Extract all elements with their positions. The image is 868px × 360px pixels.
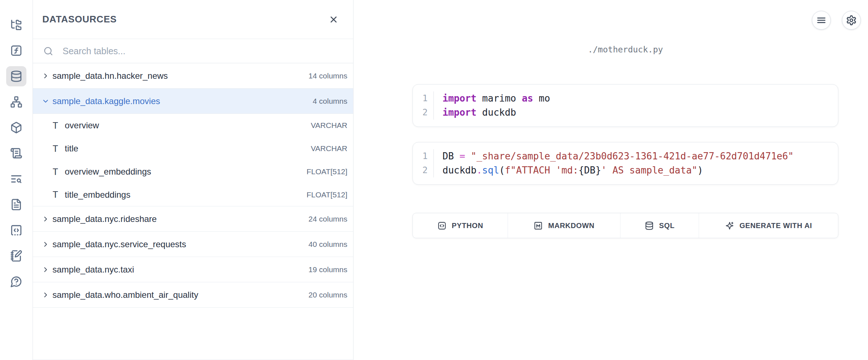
message-circle-question-icon bbox=[10, 275, 22, 288]
table-row[interactable]: sample_data.who.ambient_air_quality20 co… bbox=[33, 282, 353, 308]
column-type: VARCHAR bbox=[304, 144, 347, 153]
add-cell-python-button[interactable]: PYTHON bbox=[413, 213, 508, 238]
sparkles-icon bbox=[725, 221, 734, 230]
sidebar-item-tracing[interactable] bbox=[6, 169, 26, 189]
sidebar-item-datasources[interactable] bbox=[6, 66, 26, 86]
function-square-icon bbox=[10, 44, 22, 57]
table-row[interactable]: sample_data.kaggle.movies4 columns bbox=[33, 89, 353, 114]
notebook-area: ./motherduck.py 1import marimo as mo2imp… bbox=[353, 0, 868, 360]
network-icon bbox=[10, 96, 22, 108]
line-number: 1 bbox=[413, 149, 434, 163]
box-icon bbox=[10, 121, 22, 134]
line-number: 2 bbox=[413, 106, 434, 120]
code-cell[interactable]: 1import marimo as mo2import duckdb bbox=[412, 84, 838, 127]
activity-bar bbox=[0, 0, 33, 360]
add-cell-button-label: MARKDOWN bbox=[548, 222, 594, 230]
close-panel-button[interactable] bbox=[329, 14, 339, 25]
table-name: sample_data.nyc.taxi bbox=[52, 265, 134, 275]
tables-list: sample_data.hn.hacker_news14 columnssamp… bbox=[33, 63, 353, 360]
column-type: VARCHAR bbox=[304, 121, 347, 130]
column-row[interactable]: ToverviewVARCHAR bbox=[33, 114, 353, 137]
column-row[interactable]: TtitleVARCHAR bbox=[33, 137, 353, 160]
text-type-icon: T bbox=[52, 167, 59, 177]
code-line: 2duckdb.sql(f"ATTACH 'md:{DB}' AS sample… bbox=[413, 163, 838, 177]
file-text-icon bbox=[10, 198, 22, 211]
table-name: sample_data.nyc.service_requests bbox=[52, 239, 186, 249]
sidebar-item-dependencies[interactable] bbox=[6, 92, 26, 112]
add-cell-markdown-button[interactable]: MARKDOWN bbox=[508, 213, 621, 238]
column-count: 20 columns bbox=[301, 291, 347, 299]
table-row[interactable]: sample_data.nyc.taxi19 columns bbox=[33, 257, 353, 282]
panel-title: DATASOURCES bbox=[42, 14, 117, 25]
code-line: 1import marimo as mo bbox=[413, 91, 838, 106]
folder-tree-icon bbox=[10, 19, 22, 31]
database-icon bbox=[645, 221, 654, 230]
line-number: 1 bbox=[413, 91, 434, 106]
panel-header: DATASOURCES bbox=[33, 0, 353, 39]
sidebar-item-scratchpad[interactable] bbox=[6, 246, 26, 266]
menu-icon bbox=[816, 15, 827, 26]
column-row[interactable]: Toverview_embeddingsFLOAT[512] bbox=[33, 160, 353, 183]
database-icon bbox=[10, 70, 22, 82]
app: DATASOURCES sample_data.hn.hacker_news14… bbox=[0, 0, 868, 360]
table-row[interactable]: sample_data.nyc.service_requests40 colum… bbox=[33, 232, 353, 257]
search-tables bbox=[33, 39, 353, 63]
square-m-icon bbox=[534, 221, 543, 230]
column-count: 19 columns bbox=[301, 265, 347, 274]
column-type: FLOAT[512] bbox=[299, 167, 347, 176]
code-line: 1DB = "_share/sample_data/23b0d623-1361-… bbox=[413, 149, 838, 163]
column-name: title_embeddings bbox=[65, 190, 130, 200]
table-name: sample_data.hn.hacker_news bbox=[52, 71, 168, 81]
sidebar-item-documentation[interactable] bbox=[6, 194, 26, 215]
menu-button[interactable] bbox=[812, 11, 831, 30]
sidebar-item-files[interactable] bbox=[6, 15, 26, 35]
table-row[interactable]: sample_data.hn.hacker_news14 columns bbox=[33, 63, 353, 89]
sidebar-item-snippets[interactable] bbox=[6, 220, 26, 240]
column-count: 4 columns bbox=[305, 97, 347, 106]
close-icon bbox=[329, 14, 339, 25]
text-type-icon: T bbox=[52, 143, 59, 154]
column-row[interactable]: Ttitle_embeddingsFLOAT[512] bbox=[33, 183, 353, 206]
column-type: FLOAT[512] bbox=[299, 190, 347, 199]
add-cell-sql-button[interactable]: SQL bbox=[621, 213, 699, 238]
chevron-right-icon bbox=[42, 266, 50, 274]
text-type-icon: T bbox=[52, 120, 59, 131]
notebook-pen-icon bbox=[10, 250, 22, 262]
column-name: title bbox=[65, 143, 78, 154]
code-line: 2import duckdb bbox=[413, 106, 838, 120]
chevron-right-icon bbox=[42, 240, 50, 248]
text-type-icon: T bbox=[52, 189, 59, 200]
table-name: sample_data.nyc.rideshare bbox=[52, 214, 157, 224]
column-count: 24 columns bbox=[301, 215, 347, 223]
chevron-right-icon bbox=[42, 72, 50, 80]
table-name: sample_data.who.ambient_air_quality bbox=[52, 290, 198, 300]
column-name: overview bbox=[65, 120, 99, 130]
sidebar-item-logs[interactable] bbox=[6, 143, 26, 163]
add-cell-button-label: GENERATE WITH AI bbox=[740, 222, 812, 230]
add-cell-generate-with-ai-button[interactable]: GENERATE WITH AI bbox=[699, 213, 838, 238]
line-number: 2 bbox=[413, 163, 434, 177]
search-icon bbox=[43, 46, 53, 56]
notebook-filename[interactable]: ./motherduck.py bbox=[412, 45, 838, 54]
code-cell[interactable]: 1DB = "_share/sample_data/23b0d623-1361-… bbox=[412, 142, 838, 185]
settings-icon bbox=[846, 15, 857, 26]
sidebar-item-help[interactable] bbox=[6, 271, 26, 292]
datasources-panel: DATASOURCES sample_data.hn.hacker_news14… bbox=[33, 0, 353, 360]
sidebar-item-variables[interactable] bbox=[6, 40, 26, 61]
text-search-icon bbox=[10, 173, 22, 185]
table-row[interactable]: sample_data.nyc.rideshare24 columns bbox=[33, 206, 353, 232]
add-cell-bar: PYTHONMARKDOWNSQLGENERATE WITH AI bbox=[412, 213, 838, 238]
square-dashed-code-icon bbox=[10, 224, 22, 236]
sidebar-item-packages[interactable] bbox=[6, 117, 26, 138]
chevron-right-icon bbox=[42, 291, 50, 299]
header-actions bbox=[812, 11, 861, 30]
add-cell-button-label: SQL bbox=[659, 222, 675, 230]
search-tables-input[interactable] bbox=[62, 46, 344, 57]
column-name: overview_embeddings bbox=[65, 167, 151, 177]
scroll-text-icon bbox=[10, 147, 22, 159]
column-count: 14 columns bbox=[301, 72, 347, 80]
column-count: 40 columns bbox=[301, 240, 347, 249]
settings-button[interactable] bbox=[842, 11, 861, 30]
chevron-right-icon bbox=[42, 215, 50, 223]
chevron-down-icon bbox=[42, 97, 50, 105]
